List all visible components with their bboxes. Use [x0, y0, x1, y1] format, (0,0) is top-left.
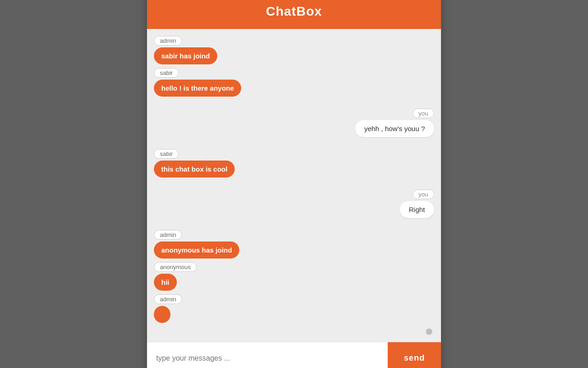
message-bubble: hii	[154, 274, 177, 291]
sender-label: you	[413, 190, 434, 199]
list-item: you Right	[400, 190, 434, 218]
sender-label: admin	[154, 230, 182, 240]
chat-messages[interactable]: admin sabir has joind sabir hello ! is t…	[147, 29, 441, 342]
chat-title: ChatBox	[157, 4, 431, 19]
sender-label: admin	[154, 294, 182, 304]
list-item: sabir this chat box is cool	[154, 149, 308, 178]
sender-label: anonymous	[154, 262, 197, 272]
message-input[interactable]	[147, 342, 388, 368]
sender-label: you	[413, 109, 434, 118]
sender-label: admin	[154, 36, 182, 46]
chat-container: ChatBox admin sabir has joind sabir hell…	[147, 0, 441, 368]
list-item: anonymous hii	[154, 262, 308, 291]
message-bubble: this chat box is cool	[154, 161, 235, 178]
list-item: sabir hello ! is there anyone	[154, 68, 308, 97]
list-item: you yehh , how's youu ?	[355, 109, 434, 137]
send-button[interactable]: send	[388, 342, 441, 368]
chat-header: ChatBox	[147, 0, 441, 29]
message-bubble: hello ! is there anyone	[154, 80, 241, 97]
message-bubble: anonymous has joind	[154, 242, 239, 259]
scroll-indicator	[154, 328, 434, 335]
list-item: admin	[154, 294, 308, 323]
list-item: admin sabir has joind	[154, 36, 308, 64]
list-item: admin anonymous has joind	[154, 230, 308, 259]
message-bubble: yehh , how's youu ?	[355, 120, 434, 137]
message-bubble: sabir has joind	[154, 47, 217, 64]
scroll-dot	[426, 328, 432, 335]
chat-input-area: send	[147, 342, 441, 368]
sender-label: sabir	[154, 149, 179, 159]
message-bubble	[154, 306, 170, 323]
sender-label: sabir	[154, 68, 179, 78]
message-bubble: Right	[400, 201, 434, 218]
